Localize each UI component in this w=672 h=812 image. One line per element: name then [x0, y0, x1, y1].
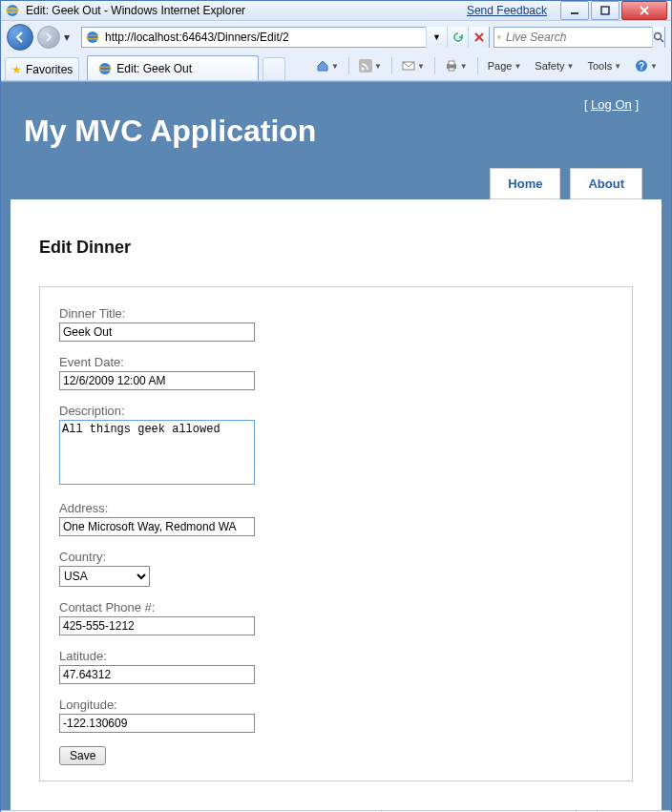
maximize-button[interactable] — [591, 1, 620, 20]
window-title: Edit: Geek Out - Windows Internet Explor… — [26, 4, 467, 17]
tools-menu[interactable]: Tools ▼ — [583, 58, 625, 73]
ie-icon — [5, 3, 20, 18]
input-contact-phone[interactable] — [59, 616, 255, 635]
print-cmd[interactable]: ▼ — [441, 57, 472, 74]
input-event-date[interactable] — [59, 371, 255, 390]
home-cmd[interactable]: ▼ — [312, 57, 343, 74]
tab-page-icon — [97, 61, 113, 76]
label-latitude: Latitude: — [59, 649, 613, 663]
feeds-cmd[interactable]: ▼ — [355, 57, 386, 74]
search-button[interactable] — [652, 27, 664, 48]
close-icon — [640, 6, 649, 15]
svg-point-19 — [361, 68, 364, 71]
label-country: Country: — [59, 550, 613, 564]
refresh-icon — [452, 31, 464, 43]
svg-point-16 — [99, 63, 111, 74]
search-input[interactable] — [504, 30, 652, 45]
content-area: [ Log On ] My MVC Application Home About… — [1, 81, 671, 810]
mail-icon — [402, 60, 415, 72]
browser-tab[interactable]: Edit: Geek Out — [87, 55, 259, 80]
label-event-date: Event Date: — [59, 355, 613, 369]
print-icon — [445, 59, 458, 73]
nav-about[interactable]: About — [570, 168, 642, 199]
url-dropdown[interactable]: ▼ — [426, 27, 447, 48]
search-bar — [494, 27, 665, 48]
refresh-button[interactable] — [447, 27, 468, 48]
new-tab-button[interactable] — [262, 57, 285, 80]
label-description: Description: — [59, 404, 613, 418]
logon-section: [ Log On ] — [10, 94, 662, 112]
mail-cmd[interactable]: ▼ — [398, 58, 429, 73]
magnifier-icon — [653, 31, 664, 43]
url-input[interactable] — [103, 28, 426, 47]
site-nav: Home About — [10, 168, 662, 199]
nav-history-dropdown[interactable]: ▾ — [64, 31, 77, 44]
svg-rect-10 — [498, 35, 499, 36]
arrow-right-icon — [43, 31, 54, 43]
star-icon: ★ — [11, 63, 22, 76]
app-title: My MVC Application — [10, 112, 662, 168]
page-icon — [85, 30, 100, 45]
live-search-icon — [497, 30, 501, 45]
home-icon — [316, 59, 329, 73]
back-button[interactable] — [7, 24, 33, 51]
nav-home[interactable]: Home — [490, 168, 560, 199]
logon-link[interactable]: Log On — [591, 97, 632, 112]
save-button[interactable]: Save — [59, 746, 106, 765]
input-latitude[interactable] — [59, 665, 255, 684]
input-description[interactable]: All things geek allowed — [59, 420, 255, 485]
titlebar: Edit: Geek Out - Windows Internet Explor… — [1, 1, 671, 21]
command-bar: ▼ ▼ ▼ ▼ Page ▼ Safety ▼ Tools ▼ ?▼ — [312, 52, 667, 80]
rss-icon — [359, 59, 372, 73]
minimize-icon — [570, 6, 579, 15]
select-country[interactable]: USA — [59, 566, 150, 587]
tab-bar: ★ Favorites Edit: Geek Out ▼ ▼ ▼ ▼ Page … — [1, 52, 671, 81]
browser-window: Edit: Geek Out - Windows Internet Explor… — [0, 0, 672, 812]
svg-rect-22 — [449, 61, 454, 65]
forward-button[interactable] — [37, 26, 60, 49]
chevron-down-icon: ▼ — [432, 32, 441, 42]
page-heading: Edit Dinner — [39, 238, 633, 258]
input-longitude[interactable] — [59, 714, 255, 733]
svg-rect-23 — [449, 68, 454, 71]
svg-point-14 — [655, 32, 662, 39]
stop-button[interactable] — [468, 27, 489, 48]
favorites-label: Favorites — [26, 63, 73, 76]
stop-icon — [474, 32, 484, 42]
main-content: Edit Dinner Dinner Title: Event Date: — [10, 199, 662, 810]
label-contact-phone: Contact Phone #: — [59, 600, 613, 614]
label-address: Address: — [59, 501, 613, 515]
maximize-icon — [600, 6, 610, 15]
input-title[interactable] — [59, 323, 255, 342]
help-icon: ? — [635, 59, 648, 73]
svg-rect-12 — [498, 37, 499, 38]
edit-form: Dinner Title: Event Date: Description: A… — [39, 286, 633, 781]
nav-toolbar: ▾ ▼ — [1, 21, 671, 52]
label-title: Dinner Title: — [59, 306, 613, 321]
page-menu[interactable]: Page ▼ — [484, 58, 526, 73]
label-longitude: Longitude: — [59, 697, 613, 712]
svg-text:?: ? — [639, 61, 644, 72]
minimize-button[interactable] — [560, 1, 589, 20]
svg-line-15 — [661, 39, 663, 42]
svg-rect-13 — [499, 37, 500, 38]
help-cmd[interactable]: ?▼ — [631, 57, 662, 74]
arrow-left-icon — [13, 31, 27, 44]
favorites-button[interactable]: ★ Favorites — [5, 57, 79, 80]
svg-rect-3 — [601, 7, 609, 14]
input-address[interactable] — [59, 517, 255, 536]
close-button[interactable] — [621, 1, 667, 20]
address-bar: ▼ — [81, 27, 490, 48]
svg-point-6 — [87, 31, 98, 43]
page-viewport[interactable]: [ Log On ] My MVC Application Home About… — [1, 82, 671, 810]
svg-rect-11 — [499, 35, 500, 36]
send-feedback-link[interactable]: Send Feedback — [467, 4, 547, 17]
tab-title: Edit: Geek Out — [116, 62, 192, 75]
safety-menu[interactable]: Safety ▼ — [531, 58, 578, 73]
